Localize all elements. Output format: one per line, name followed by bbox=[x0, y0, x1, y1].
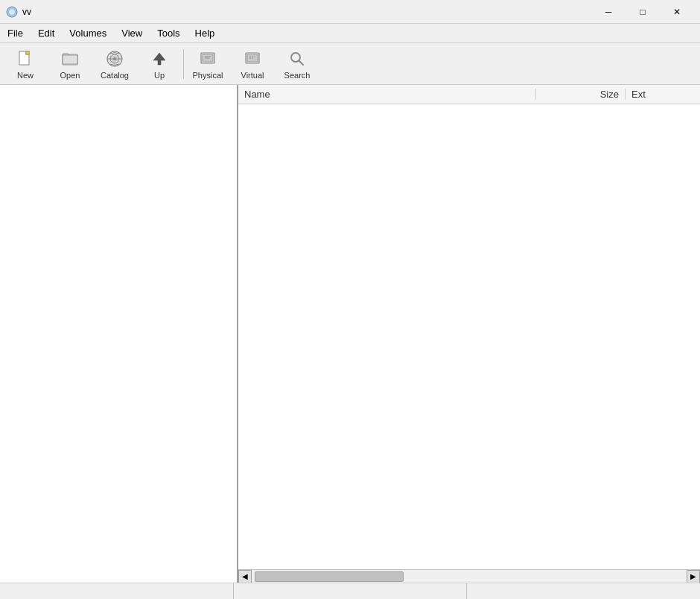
virtual-label: Virtual bbox=[241, 71, 264, 80]
virtual-icon bbox=[242, 48, 263, 69]
col-name-header[interactable]: Name bbox=[238, 89, 536, 100]
catalog-icon bbox=[104, 48, 125, 69]
toolbar-virtual-button[interactable]: Virtual bbox=[230, 45, 275, 83]
hscroll-thumb[interactable] bbox=[255, 571, 404, 582]
svg-line-21 bbox=[299, 60, 304, 65]
hscroll-right-button[interactable]: ▶ bbox=[687, 570, 700, 583]
physical-label: Physical bbox=[193, 71, 223, 80]
physical-icon bbox=[197, 48, 218, 69]
hscroll-track[interactable] bbox=[252, 570, 687, 583]
svg-rect-6 bbox=[63, 55, 77, 64]
menu-edit[interactable]: Edit bbox=[31, 24, 62, 42]
menu-bar: File Edit Volumes View Tools Help bbox=[0, 24, 700, 43]
toolbar-separator bbox=[183, 49, 184, 79]
up-icon bbox=[149, 48, 170, 69]
title-text: vv bbox=[22, 7, 31, 17]
app-icon bbox=[6, 6, 18, 18]
status-bar bbox=[0, 583, 700, 599]
search-icon bbox=[287, 48, 308, 69]
toolbar-group-right: Physical Virtual Search bbox=[185, 45, 319, 83]
hscroll-bar[interactable]: ◀ ▶ bbox=[238, 569, 700, 583]
toolbar-physical-button[interactable]: Physical bbox=[185, 45, 230, 83]
menu-tools[interactable]: Tools bbox=[150, 24, 187, 42]
svg-marker-11 bbox=[153, 53, 165, 65]
svg-point-1 bbox=[9, 9, 15, 15]
status-segment-2 bbox=[234, 583, 468, 599]
toolbar-open-button[interactable]: Open bbox=[48, 45, 92, 83]
toolbar-up-button[interactable]: Up bbox=[137, 45, 182, 83]
table-body[interactable] bbox=[238, 104, 700, 569]
open-icon bbox=[60, 48, 80, 69]
toolbar-search-button[interactable]: Search bbox=[275, 45, 319, 83]
hscroll-left-button[interactable]: ◀ bbox=[238, 570, 252, 583]
right-panel: Name Size Ext ◀ ▶ bbox=[238, 85, 700, 583]
toolbar-catalog-button[interactable]: Catalog bbox=[92, 45, 137, 83]
status-segment-3 bbox=[467, 583, 700, 599]
main-content: Name Size Ext ◀ ▶ bbox=[0, 85, 700, 583]
close-button[interactable]: ✕ bbox=[660, 0, 694, 24]
title-bar-left: vv bbox=[6, 6, 31, 18]
new-label: New bbox=[17, 71, 34, 80]
catalog-label: Catalog bbox=[101, 71, 129, 80]
title-bar: vv ─ □ ✕ bbox=[0, 0, 700, 24]
maximize-button[interactable]: □ bbox=[626, 0, 660, 24]
up-label: Up bbox=[154, 71, 165, 80]
menu-file[interactable]: File bbox=[0, 24, 31, 42]
menu-help[interactable]: Help bbox=[188, 24, 223, 42]
open-label: Open bbox=[60, 71, 80, 80]
toolbar-new-button[interactable]: New bbox=[3, 45, 48, 83]
search-label: Search bbox=[284, 71, 311, 80]
table-header: Name Size Ext bbox=[238, 85, 700, 104]
menu-view[interactable]: View bbox=[114, 24, 150, 42]
title-controls: ─ □ ✕ bbox=[591, 0, 694, 24]
col-size-header[interactable]: Size bbox=[536, 89, 626, 100]
left-panel[interactable] bbox=[0, 85, 238, 583]
menu-volumes[interactable]: Volumes bbox=[62, 24, 114, 42]
new-icon bbox=[15, 48, 36, 69]
col-ext-header[interactable]: Ext bbox=[626, 89, 700, 100]
toolbar: New Open bbox=[0, 43, 700, 85]
toolbar-group-left: New Open bbox=[3, 45, 182, 83]
minimize-button[interactable]: ─ bbox=[591, 0, 626, 24]
status-segment-1 bbox=[0, 583, 234, 599]
